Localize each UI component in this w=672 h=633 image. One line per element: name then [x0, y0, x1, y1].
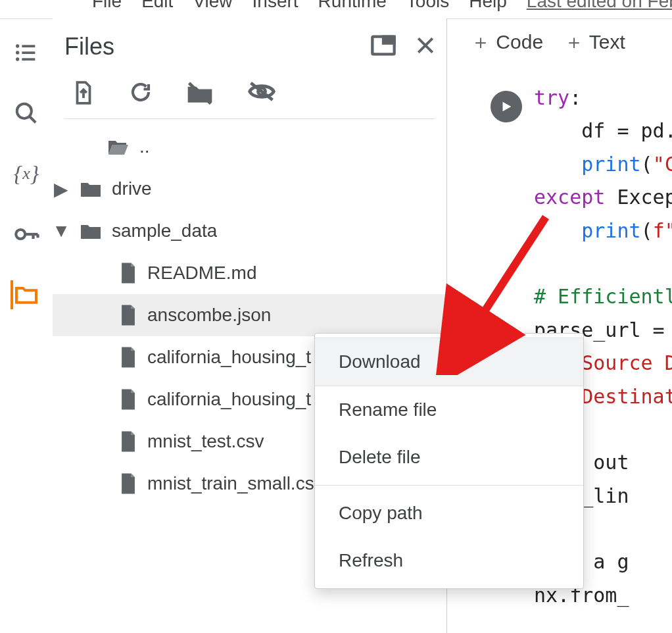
menu-help[interactable]: Help — [469, 0, 507, 12]
ctx-rename[interactable]: Rename file — [315, 386, 583, 434]
svg-point-4 — [16, 57, 19, 61]
ctx-delete[interactable]: Delete file — [315, 434, 583, 481]
key-icon[interactable] — [12, 220, 41, 249]
svg-rect-13 — [383, 37, 395, 43]
add-code-button[interactable]: ＋ Code — [471, 29, 543, 56]
file-label: mnist_test.csv — [147, 431, 264, 452]
upload-icon[interactable] — [71, 80, 96, 108]
panel-title: Files — [64, 33, 114, 61]
folder-icon — [79, 221, 103, 241]
svg-rect-3 — [22, 51, 35, 54]
menu-tools[interactable]: Tools — [406, 0, 449, 12]
search-icon[interactable] — [12, 99, 41, 128]
variables-icon[interactable]: {x} — [12, 159, 41, 188]
ctx-refresh[interactable]: Refresh — [315, 537, 583, 584]
menu-insert[interactable]: Insert — [252, 0, 299, 12]
file-icon — [118, 430, 138, 453]
mount-drive-icon[interactable] — [185, 80, 214, 108]
close-icon[interactable] — [415, 35, 436, 59]
svg-rect-5 — [22, 58, 35, 61]
ctx-download[interactable]: Download — [315, 338, 583, 386]
folder-open-icon — [107, 137, 130, 157]
add-text-button[interactable]: ＋ Text — [564, 29, 625, 56]
divider — [315, 485, 583, 486]
updir-label: .. — [139, 136, 150, 157]
menu-edit[interactable]: Edit — [141, 0, 173, 12]
file-label: california_housing_t — [147, 389, 311, 410]
file-toolbar — [53, 61, 446, 118]
file-icon — [118, 346, 138, 368]
panel-header: Files — [53, 18, 446, 61]
file-icon — [118, 304, 138, 326]
folder-icon[interactable] — [11, 280, 39, 309]
menu-runtime[interactable]: Runtime — [318, 0, 387, 12]
file-readme[interactable]: README.md — [53, 252, 446, 294]
menu-file[interactable]: File — [92, 0, 122, 12]
svg-point-2 — [16, 51, 19, 54]
run-cell-button[interactable] — [491, 91, 522, 122]
file-icon — [118, 262, 138, 284]
last-edited-link[interactable]: Last edited on Feb — [527, 0, 672, 12]
folder-drive-label: drive — [112, 178, 152, 199]
file-label: README.md — [147, 263, 256, 284]
left-iconbar: {x} — [0, 18, 53, 633]
svg-point-6 — [17, 104, 32, 118]
file-label: anscombe.json — [147, 305, 271, 326]
cell-toolbar: ＋ Code ＋ Text — [447, 18, 672, 66]
updir-row[interactable]: .. — [53, 126, 446, 168]
svg-line-7 — [30, 116, 36, 123]
file-anscombe[interactable]: anscombe.json — [53, 294, 446, 336]
refresh-icon[interactable] — [129, 80, 153, 108]
toc-icon[interactable] — [12, 38, 41, 67]
menu-view[interactable]: View — [193, 0, 232, 12]
file-icon — [118, 472, 138, 495]
new-window-icon[interactable] — [370, 34, 396, 59]
folder-icon — [79, 179, 103, 199]
chevron-down-icon[interactable]: ▼ — [53, 220, 70, 241]
folder-sample-data[interactable]: ▼ sample_data — [53, 210, 446, 252]
svg-point-0 — [16, 44, 19, 47]
file-label: california_housing_t — [147, 347, 311, 368]
folder-drive[interactable]: ▶ drive — [53, 168, 446, 210]
folder-sample-data-label: sample_data — [112, 220, 217, 241]
chevron-right-icon[interactable]: ▶ — [53, 178, 70, 200]
context-menu[interactable]: Download Rename file Delete file Copy pa… — [314, 333, 584, 589]
file-icon — [118, 388, 138, 411]
file-label: mnist_train_small.cs — [147, 473, 314, 494]
menubar[interactable]: File Edit View Insert Runtime Tools Help… — [92, 0, 672, 12]
ctx-copy-path[interactable]: Copy path — [315, 490, 583, 537]
hide-icon[interactable] — [247, 80, 276, 108]
svg-rect-1 — [22, 45, 35, 47]
svg-point-8 — [16, 230, 25, 239]
